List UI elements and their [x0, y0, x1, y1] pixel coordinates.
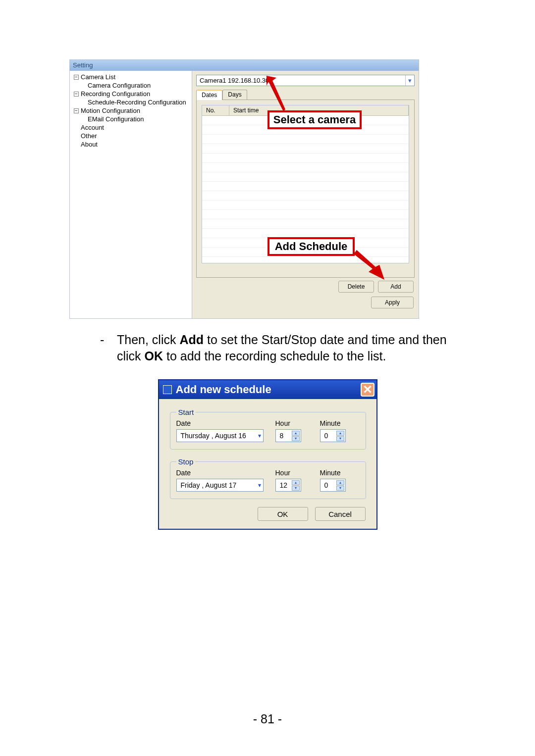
stop-group: Stop Date Hour Minute Friday , August 17… [170, 457, 366, 499]
instr-text: Then, click [117, 333, 179, 347]
tree-recording-config[interactable]: Recording Configuration [81, 90, 150, 98]
tree-motion-config[interactable]: Motion Configuration [81, 106, 140, 115]
cancel-button[interactable]: Cancel [315, 507, 366, 521]
svg-marker-1 [354, 250, 384, 280]
camera-select-value: Camera1 192.168.10.30 [200, 77, 269, 84]
tree-email-config[interactable]: EMail Configuration [88, 115, 144, 123]
app-icon [163, 385, 172, 394]
label-date: Date [176, 469, 275, 477]
instr-ok-bold: OK [145, 349, 163, 363]
label-date: Date [176, 419, 275, 427]
stop-minute-value: 0 [324, 481, 328, 489]
collapse-icon[interactable]: − [74, 75, 79, 80]
label-minute: Minute [320, 469, 360, 477]
stop-minute-stepper[interactable]: 0 ▴▾ [320, 479, 346, 492]
instr-text: to add the recording schedule to the lis… [163, 349, 386, 363]
tree-account[interactable]: Account [81, 123, 104, 132]
instr-add-bold: Add [179, 333, 204, 347]
ok-button[interactable]: OK [258, 507, 308, 521]
col-no: No. [202, 105, 229, 115]
callout-select-camera: Select a camera [268, 110, 362, 129]
stop-date-value: Friday , August 17 [181, 481, 237, 489]
chevron-down-icon[interactable]: ▾ [258, 482, 261, 489]
setting-titlebar: Setting [70, 60, 419, 71]
start-date-value: Thursday , August 16 [181, 432, 246, 440]
arrow-icon [266, 75, 285, 112]
tree-schedule-recording-config[interactable]: Schedule-Recording Configuration [88, 98, 186, 106]
stop-hour-stepper[interactable]: 12 ▴▾ [275, 479, 301, 492]
bullet-dash: - [100, 332, 117, 364]
close-icon[interactable]: ✕ [361, 383, 374, 397]
start-minute-value: 0 [324, 432, 328, 440]
chevron-down-icon[interactable]: ▾ [336, 486, 344, 491]
tree-camera-list[interactable]: Camera List [81, 73, 115, 81]
chevron-up-icon[interactable]: ▴ [336, 480, 344, 485]
chevron-down-icon[interactable]: ▾ [292, 486, 300, 491]
settings-tree[interactable]: −Camera List Camera Configuration −Recor… [70, 71, 192, 318]
collapse-icon[interactable]: − [74, 108, 79, 113]
page-number: - 81 - [0, 712, 535, 726]
start-group: Start Date Hour Minute Thursday , August… [170, 408, 366, 450]
tree-other[interactable]: Other [81, 132, 97, 140]
stop-legend: Stop [176, 457, 196, 466]
start-date-picker[interactable]: Thursday , August 16 ▾ [176, 429, 264, 442]
add-schedule-dialog: Add new schedule ✕ Start Date Hour Minut… [158, 379, 377, 530]
chevron-down-icon[interactable]: ▾ [405, 75, 414, 86]
camera-select[interactable]: Camera1 192.168.10.30 ▾ [196, 75, 415, 86]
stop-hour-value: 12 [280, 481, 288, 489]
dialog-title: Add new schedule [176, 383, 271, 396]
setting-window: Setting −Camera List Camera Configuratio… [69, 59, 419, 319]
label-hour: Hour [275, 469, 320, 477]
label-hour: Hour [275, 419, 320, 427]
arrow-icon [354, 250, 386, 281]
stop-date-picker[interactable]: Friday , August 17 ▾ [176, 479, 264, 492]
delete-button[interactable]: Delete [338, 281, 374, 293]
label-minute: Minute [320, 419, 360, 427]
apply-button[interactable]: Apply [371, 297, 414, 308]
chevron-down-icon[interactable]: ▾ [292, 436, 300, 441]
callout-add-schedule: Add Schedule [268, 237, 355, 256]
svg-marker-0 [267, 76, 285, 111]
instruction-text: - Then, click Add to set the Start/Stop … [100, 332, 466, 364]
chevron-up-icon[interactable]: ▴ [336, 431, 344, 436]
start-minute-stepper[interactable]: 0 ▴▾ [320, 429, 346, 442]
start-hour-stepper[interactable]: 8 ▴▾ [275, 429, 301, 442]
tree-about[interactable]: About [81, 140, 98, 149]
tab-days[interactable]: Days [222, 90, 247, 100]
chevron-up-icon[interactable]: ▴ [292, 480, 300, 485]
dialog-titlebar: Add new schedule ✕ [159, 380, 376, 399]
tree-camera-config[interactable]: Camera Configuration [88, 81, 151, 90]
settings-right-pane: Camera1 192.168.10.30 ▾ Dates Days No. S… [192, 71, 419, 318]
add-button[interactable]: Add [378, 281, 414, 293]
chevron-down-icon[interactable]: ▾ [258, 432, 261, 439]
tab-dates[interactable]: Dates [196, 90, 222, 100]
chevron-down-icon[interactable]: ▾ [336, 436, 344, 441]
start-legend: Start [176, 408, 196, 416]
setting-title: Setting [73, 61, 93, 69]
collapse-icon[interactable]: − [74, 92, 79, 97]
chevron-up-icon[interactable]: ▴ [292, 431, 300, 436]
start-hour-value: 8 [280, 432, 284, 440]
